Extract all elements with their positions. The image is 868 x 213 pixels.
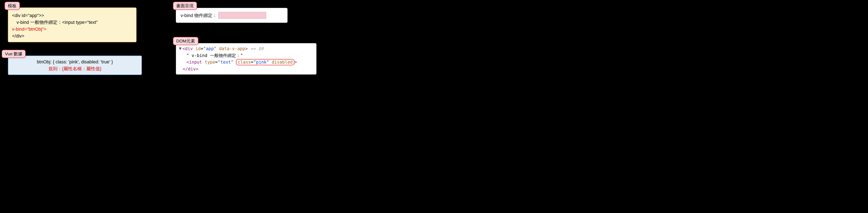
template-label: 模板 bbox=[5, 2, 20, 10]
render-output-panel: v-bind 物件綁定： bbox=[176, 8, 287, 23]
vue-data-line-2: 規則：{屬性名稱：屬性值} bbox=[12, 65, 138, 72]
dom-div-close: </div> bbox=[179, 66, 313, 73]
template-line-1: <div id="app">> bbox=[12, 12, 132, 19]
template-line-2a: v-bind 一般物件綁定：<input type="text" bbox=[12, 19, 132, 26]
vue-data-line-1: btnObj: { class: 'pink', disabled: 'true… bbox=[12, 58, 138, 65]
dom-input-line: <input type="text" class="pink" disabled… bbox=[179, 59, 313, 66]
template-line-3: </div> bbox=[12, 32, 132, 39]
vue-data-label: Vue 數據 bbox=[2, 50, 26, 58]
template-code-panel: <div id="app">> v-bind 一般物件綁定：<input typ… bbox=[8, 7, 136, 42]
render-text: v-bind 物件綁定： bbox=[181, 12, 217, 19]
dom-inspector-panel: ▼<div id="app" data-v-app> == $0 " v-bin… bbox=[176, 43, 316, 75]
rendered-disabled-input bbox=[218, 12, 266, 19]
expand-icon: ▼ bbox=[179, 45, 182, 52]
template-line-2b: v-bind="btnObj"> bbox=[12, 26, 132, 32]
render-label: 畫面呈現 bbox=[173, 2, 197, 10]
highlighted-attributes: class="pink" disabled bbox=[236, 59, 294, 65]
vue-data-panel: btnObj: { class: 'pink', disabled: 'true… bbox=[8, 56, 142, 75]
dom-text-node: " v-bind 一般物件綁定：" bbox=[179, 52, 313, 59]
dom-line-div-open: ▼<div id="app" data-v-app> == $0 bbox=[179, 45, 313, 52]
dom-label: DOM元素 bbox=[173, 37, 198, 45]
